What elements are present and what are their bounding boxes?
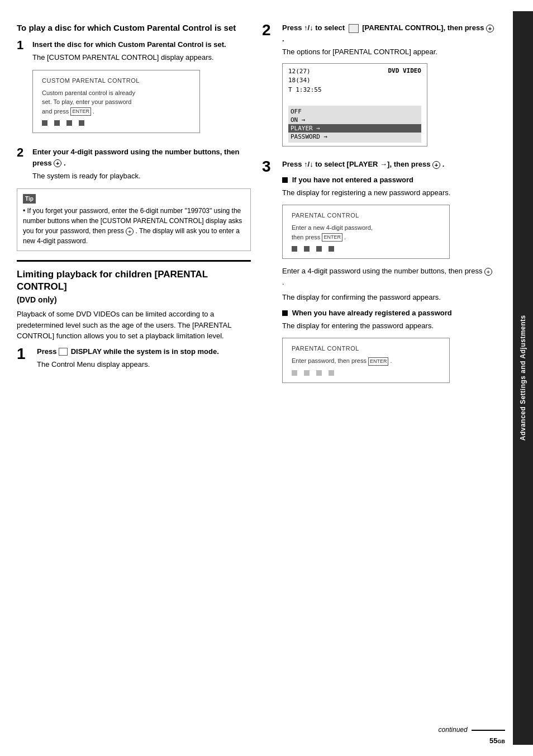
dvd-label: DVD VIDEO: [388, 67, 421, 74]
side-tab: Advanced Settings and Adjustments: [513, 11, 533, 745]
enter-symbol-2: ENTER: [322, 233, 342, 242]
section2-step1-number: 1: [17, 346, 32, 362]
dot1-2: [292, 246, 297, 252]
subsection2-heading: When you have already registered a passw…: [282, 309, 496, 317]
continued-line: [472, 730, 505, 731]
circle-plus-3: +: [432, 161, 440, 169]
parental-control-box2: PARENTAL CONTROL Enter password, then pr…: [282, 338, 450, 383]
dvd-screen-numbers: 12(27) 18(34) T 1:32:55: [288, 67, 322, 95]
step2-left-text: Enter your 4-digit password using the nu…: [32, 147, 251, 168]
dot2-2: [304, 246, 310, 252]
password-dots-3: [292, 370, 440, 376]
display-box3-title: PARENTAL CONTROL: [292, 345, 440, 352]
password-dots-1: [42, 120, 191, 126]
subsection1: If you have not entered a password The d…: [282, 176, 496, 303]
step3-right-number: 3: [262, 159, 278, 174]
enter-symbol: ENTER: [70, 107, 91, 116]
dot2-3: [304, 370, 310, 376]
tip-content: • If you forget your password, enter the…: [23, 206, 245, 246]
dvd-menu-player: PLAYER →: [288, 124, 421, 133]
step2-left-content: Enter your 4-digit password using the nu…: [32, 147, 251, 182]
section2-para: Playback of some DVD VIDEOs can be limit…: [17, 309, 251, 342]
display-box1-title: CUSTOM PARENTAL CONTROL: [42, 77, 191, 84]
step3-right-text: Press ↑/↓ to select [PLAYER →], then pre…: [282, 159, 496, 170]
tip-label: Tip: [23, 194, 36, 204]
step2-right-number: 2: [262, 22, 278, 38]
circle-plus-1: +: [54, 159, 61, 167]
subsection2-text: The display for entering the password ap…: [282, 320, 496, 332]
subsection1-heading: If you have not entered a password: [282, 176, 496, 184]
section2-step1: 1 Press DISPLAY while the system is in s…: [17, 346, 251, 370]
dvd-menu-off: OFF: [288, 107, 421, 116]
black-square-2: [282, 310, 288, 316]
dvd-menu-on: ON →: [288, 116, 421, 124]
section2-step1-text: Press DISPLAY while the system is in sto…: [37, 346, 251, 357]
subsection2: When you have already registered a passw…: [282, 309, 496, 383]
dot1-3: [292, 370, 297, 376]
section2-step1-content: Press DISPLAY while the system is in sto…: [37, 346, 251, 370]
dot4-2: [329, 246, 334, 252]
period-1: .: [64, 159, 66, 167]
step3-right: 3 Press ↑/↓ to select [PLAYER →], then p…: [262, 159, 496, 390]
step1-text: Insert the disc for which Custom Parenta…: [32, 39, 251, 50]
display-box1-text: Custom parental control is already set. …: [42, 88, 191, 116]
step2-left-number: 2: [17, 147, 28, 159]
display-box2-title: PARENTAL CONTROL: [292, 212, 440, 219]
left-column: To play a disc for which Custom Parental…: [17, 22, 251, 734]
password-dots-2: [292, 246, 440, 252]
display-box3-text: Enter password, then press ENTER .: [292, 356, 440, 366]
step2-right-content: Press ↑/↓ to select [PARENTAL CONTROL], …: [282, 22, 496, 152]
section-separator: [17, 260, 251, 262]
step2-left: 2 Enter your 4-digit password using the …: [17, 147, 251, 182]
parental-control-box1: PARENTAL CONTROL Enter a new 4-digit pas…: [282, 205, 450, 259]
dvd-screen: 12(27) 18(34) T 1:32:55 DVD VIDEO OFF ON…: [282, 63, 427, 147]
circle-plus-2: +: [486, 25, 494, 32]
tip-bullet: •: [23, 207, 27, 215]
custom-parental-control-box: CUSTOM PARENTAL CONTROL Custom parental …: [32, 70, 200, 134]
step1-number: 1: [17, 39, 28, 51]
right-column: 2 Press ↑/↓ to select [PARENTAL CONTROL]…: [262, 22, 496, 734]
step1-content: Insert the disc for which Custom Parenta…: [32, 39, 251, 140]
dot3-3: [316, 370, 322, 376]
continued-label: continued: [439, 726, 505, 734]
section1-heading: To play a disc for which Custom Parental…: [17, 22, 251, 34]
step1: 1 Insert the disc for which Custom Paren…: [17, 39, 251, 140]
display-box2-text: Enter a new 4-digit password, then press…: [292, 223, 440, 242]
section2-subheading: (DVD only): [17, 295, 251, 304]
enter-symbol-3: ENTER: [368, 357, 389, 366]
tip-box: Tip • If you forget your password, enter…: [17, 188, 251, 251]
dvd-menu: OFF ON → PLAYER → PASSWORD →: [288, 106, 421, 143]
text-after-box2: The display for confirming the password …: [282, 292, 496, 303]
text-after-box: Enter a 4-digit password using the numbe…: [282, 266, 496, 287]
dvd-screen-top: 12(27) 18(34) T 1:32:55 DVD VIDEO: [288, 67, 421, 95]
subsection1-text: The display for registering a new passwo…: [282, 187, 496, 199]
page-number: 55GB: [489, 736, 505, 745]
circle-plus-tip: +: [126, 228, 134, 235]
step2-right-subtext: The options for [PARENTAL CONTROL] appea…: [282, 46, 496, 58]
dot4: [79, 120, 84, 126]
spacer: [288, 98, 421, 103]
step2-right: 2 Press ↑/↓ to select [PARENTAL CONTROL]…: [262, 22, 496, 152]
step2-left-subtext: The system is ready for playback.: [32, 171, 251, 182]
section2-step1-subtext: The Control Menu display appears.: [37, 359, 251, 370]
circle-plus-4: +: [484, 268, 492, 276]
step3-right-content: Press ↑/↓ to select [PLAYER →], then pre…: [282, 159, 496, 390]
step2-right-text: Press ↑/↓ to select [PARENTAL CONTROL], …: [282, 22, 496, 44]
display-icon: [59, 348, 68, 356]
dvd-menu-password: PASSWORD →: [288, 133, 421, 141]
dot3: [66, 120, 72, 126]
dot3-2: [316, 246, 322, 252]
dot2: [54, 120, 60, 126]
black-square-1: [282, 177, 288, 183]
step1-subtext: The [CUSTOM PARENTAL CONTROL] display ap…: [32, 52, 251, 63]
dot1: [42, 120, 47, 126]
parental-icon: [349, 24, 359, 33]
section2-heading: Limiting playback for children [PARENTAL…: [17, 268, 251, 293]
dot4-3: [329, 370, 334, 376]
